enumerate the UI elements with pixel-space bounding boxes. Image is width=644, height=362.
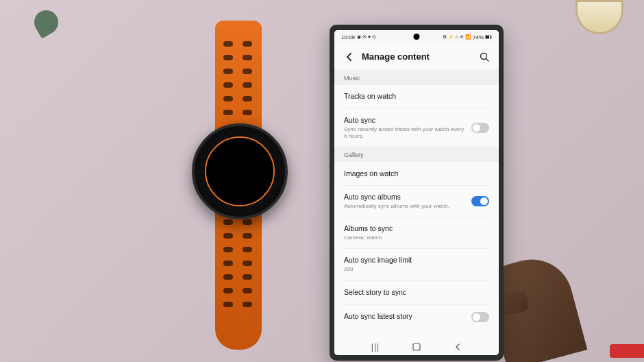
- status-battery: 74%: [473, 34, 484, 40]
- svg-line-4: [486, 58, 489, 61]
- leaf-decoration: [30, 6, 63, 39]
- page-header: Manage content: [334, 44, 499, 70]
- item-images-on-watch[interactable]: Images on watch: [334, 162, 499, 185]
- battery-icon: [485, 35, 492, 39]
- item-auto-sync-albums[interactable]: Auto sync albums Automatically sync albu…: [334, 186, 499, 217]
- phone-frame: 10:09 ◉ ✉ ♥ ⊙ ⚙ ⚡ ⌂ ≋ 📶 74% Manage conte…: [330, 25, 504, 361]
- item-title: Tracks on watch: [344, 92, 484, 101]
- item-subtitle: Camera, Watch: [344, 234, 484, 241]
- section-gallery: Gallery: [334, 147, 499, 162]
- svg-rect-5: [413, 343, 420, 350]
- item-title: Auto sync: [344, 116, 466, 125]
- svg-rect-2: [491, 36, 492, 38]
- item-title: Albums to sync: [344, 224, 484, 234]
- home-button[interactable]: [406, 341, 427, 352]
- search-button[interactable]: [478, 51, 491, 63]
- item-title: Auto sync image limit: [344, 256, 484, 265]
- item-select-story-to-sync[interactable]: Select story to sync: [334, 281, 499, 304]
- status-left-icons: ◉ ✉ ♥ ⊙: [357, 34, 376, 40]
- status-bar: 10:09 ◉ ✉ ♥ ⊙ ⚙ ⚡ ⌂ ≋ 📶 74%: [334, 30, 499, 44]
- navigation-bar: |||: [334, 339, 499, 355]
- item-title: Auto sync albums: [344, 193, 466, 202]
- toggle-auto-sync-albums[interactable]: [471, 196, 489, 206]
- toggle-auto-sync-tracks[interactable]: [471, 123, 489, 133]
- item-subtitle: 200: [344, 266, 484, 273]
- settings-list[interactable]: Music Tracks on watch Auto sync Sync rec…: [334, 70, 499, 339]
- status-right-icons: ⚙ ⚡ ⌂ ≋ 📶: [443, 34, 471, 40]
- toggle-auto-sync-latest-story[interactable]: [471, 312, 489, 322]
- clock-decoration: [575, 0, 623, 34]
- item-title: Images on watch: [344, 169, 484, 179]
- camera-hole: [414, 34, 420, 40]
- item-albums-to-sync[interactable]: Albums to sync Camera, Watch: [334, 217, 499, 248]
- item-tracks-on-watch[interactable]: Tracks on watch: [334, 85, 499, 108]
- svg-rect-1: [486, 36, 489, 38]
- item-title: Select story to sync: [344, 288, 484, 298]
- status-time: 10:09: [341, 34, 355, 40]
- item-subtitle: Automatically sync albums with your watc…: [344, 203, 466, 210]
- corner-badge: [610, 344, 644, 358]
- item-title: Auto sync latest story: [344, 312, 466, 322]
- item-auto-sync-image-limit[interactable]: Auto sync image limit 200: [334, 249, 499, 280]
- item-auto-sync-tracks[interactable]: Auto sync Sync recently added tracks wit…: [334, 109, 499, 147]
- section-music: Music: [334, 70, 499, 85]
- item-auto-sync-latest-story[interactable]: Auto sync latest story: [334, 305, 499, 329]
- item-subtitle: Sync recently added tracks with your wat…: [344, 126, 466, 141]
- smartwatch-device: [192, 21, 288, 350]
- recent-apps-button[interactable]: |||: [365, 341, 386, 352]
- phone-screen: 10:09 ◉ ✉ ♥ ⊙ ⚙ ⚡ ⌂ ≋ 📶 74% Manage conte…: [334, 30, 499, 355]
- nav-back-button[interactable]: [447, 341, 468, 352]
- page-title: Manage content: [362, 51, 478, 62]
- back-button[interactable]: [343, 51, 355, 63]
